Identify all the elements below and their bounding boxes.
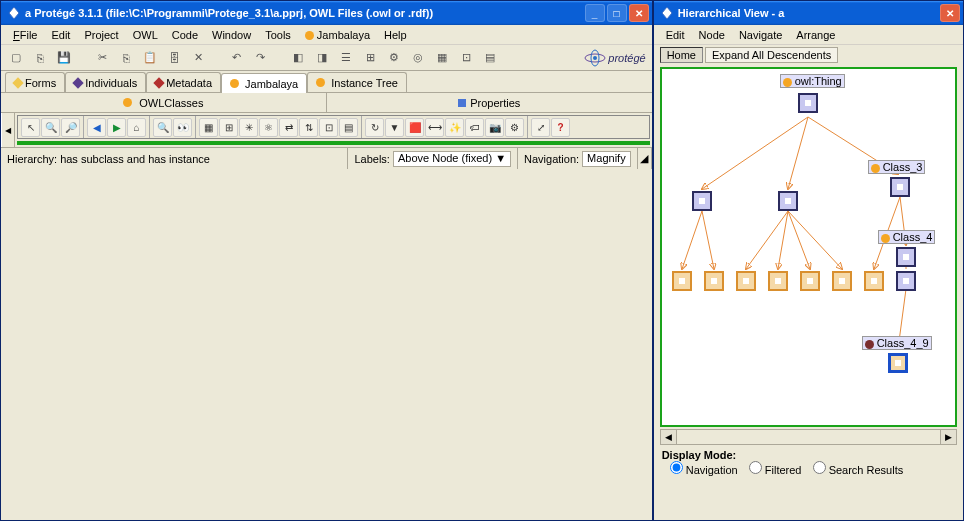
menu-tools[interactable]: Tools bbox=[259, 28, 297, 42]
tab-forms[interactable]: Forms bbox=[5, 72, 65, 92]
class-4-9-node[interactable] bbox=[888, 353, 908, 373]
menu-project[interactable]: Project bbox=[78, 28, 124, 42]
class-node[interactable] bbox=[896, 271, 916, 291]
forward-icon[interactable]: ▶ bbox=[107, 118, 126, 137]
menu-edit[interactable]: Edit bbox=[45, 28, 76, 42]
maximize-button[interactable]: □ bbox=[607, 4, 627, 22]
layout-spring-icon[interactable]: ⚛ bbox=[259, 118, 278, 137]
snapshot-icon[interactable]: 📷 bbox=[485, 118, 504, 137]
settings-icon[interactable]: ⚙ bbox=[505, 118, 524, 137]
label-icon[interactable]: 🏷 bbox=[465, 118, 484, 137]
hier-menu-node[interactable]: Node bbox=[693, 28, 731, 42]
instance-leaf[interactable] bbox=[800, 271, 820, 291]
left-gutter[interactable]: ◀ bbox=[1, 113, 15, 147]
instance-leaf[interactable] bbox=[736, 271, 756, 291]
delete-icon[interactable]: ✕ bbox=[189, 49, 207, 67]
wand-icon[interactable]: ✨ bbox=[445, 118, 464, 137]
tool-b-icon[interactable]: ◨ bbox=[313, 49, 331, 67]
undo-icon[interactable]: ↶ bbox=[227, 49, 245, 67]
class-node[interactable] bbox=[778, 191, 798, 211]
help-icon[interactable]: ? bbox=[551, 118, 570, 137]
instance-leaf[interactable] bbox=[832, 271, 852, 291]
graph-canvas[interactable]: owl:Thing Class_1 Class_2 bbox=[17, 141, 650, 145]
save-icon[interactable]: 💾 bbox=[55, 49, 73, 67]
scroll-left-icon[interactable]: ◀ bbox=[661, 430, 677, 444]
radio-filtered[interactable]: Filtered bbox=[749, 464, 802, 476]
layout-treemap-icon[interactable]: ▤ bbox=[339, 118, 358, 137]
radio-navigation[interactable]: Navigation bbox=[670, 464, 738, 476]
back-icon[interactable]: ◀ bbox=[87, 118, 106, 137]
open-icon[interactable]: ⎘ bbox=[31, 49, 49, 67]
hier-menu-arrange[interactable]: Arrange bbox=[790, 28, 841, 42]
minimize-button[interactable]: _ bbox=[585, 4, 605, 22]
arc-icon[interactable]: ⟷ bbox=[425, 118, 444, 137]
class-4-node[interactable] bbox=[896, 247, 916, 267]
menu-code[interactable]: Code bbox=[166, 28, 204, 42]
scroll-right-icon[interactable]: ▶ bbox=[940, 430, 956, 444]
hierarchy-value[interactable]: has subclass and has instance bbox=[60, 153, 210, 165]
paste-icon[interactable]: 📋 bbox=[141, 49, 159, 67]
instance-leaf[interactable] bbox=[704, 271, 724, 291]
menu-help[interactable]: Help bbox=[378, 28, 413, 42]
tool-a-icon[interactable]: ◧ bbox=[289, 49, 307, 67]
hier-titlebar[interactable]: Hierarchical View - a ✕ bbox=[654, 1, 963, 25]
expand-all-button[interactable]: Expand All Descendents bbox=[705, 47, 838, 63]
instance-leaf[interactable] bbox=[672, 271, 692, 291]
refresh-icon[interactable]: ↻ bbox=[365, 118, 384, 137]
labels-combo[interactable]: Above Node (fixed) ▼ bbox=[393, 151, 511, 167]
resize-grip[interactable]: ◢ bbox=[638, 148, 652, 169]
archive-icon[interactable]: 🗄 bbox=[165, 49, 183, 67]
subtab-properties[interactable]: Properties bbox=[327, 93, 652, 112]
tool-e-icon[interactable]: ⚙ bbox=[385, 49, 403, 67]
menu-window[interactable]: Window bbox=[206, 28, 257, 42]
layout-sugiyama-icon[interactable]: ⊡ bbox=[319, 118, 338, 137]
layout-horiz-icon[interactable]: ⇄ bbox=[279, 118, 298, 137]
hier-menu-navigate[interactable]: Navigate bbox=[733, 28, 788, 42]
layout-radial-icon[interactable]: ✳ bbox=[239, 118, 258, 137]
search-icon[interactable]: 🔍 bbox=[153, 118, 172, 137]
home-button[interactable]: Home bbox=[660, 47, 703, 63]
zoom-in-icon[interactable]: 🔍 bbox=[41, 118, 60, 137]
close-button[interactable]: ✕ bbox=[940, 4, 960, 22]
expand-icon[interactable]: ⤢ bbox=[531, 118, 550, 137]
filter-icon[interactable]: ▼ bbox=[385, 118, 404, 137]
menu-file[interactable]: FFile bbox=[7, 28, 43, 42]
new-icon[interactable]: ▢ bbox=[7, 49, 25, 67]
hier-canvas[interactable]: owl:Thing Class_3 Class_4 Class_4_9 bbox=[660, 67, 957, 427]
tab-individuals[interactable]: Individuals bbox=[65, 72, 146, 92]
zoom-out-icon[interactable]: 🔎 bbox=[61, 118, 80, 137]
pointer-icon[interactable]: ↖ bbox=[21, 118, 40, 137]
menu-jambalaya[interactable]: Jambalaya bbox=[299, 28, 376, 42]
tool-g-icon[interactable]: ▦ bbox=[433, 49, 451, 67]
tool-c-icon[interactable]: ☰ bbox=[337, 49, 355, 67]
class-3-node[interactable] bbox=[890, 177, 910, 197]
redo-icon[interactable]: ↷ bbox=[251, 49, 269, 67]
layout-vert-icon[interactable]: ⇅ bbox=[299, 118, 318, 137]
hier-menu-edit[interactable]: Edit bbox=[660, 28, 691, 42]
hier-scrollbar[interactable]: ◀ ▶ bbox=[660, 429, 957, 445]
instance-leaf[interactable] bbox=[864, 271, 884, 291]
main-titlebar[interactable]: a Protégé 3.1.1 (file:\C:\Programmi\Prot… bbox=[1, 1, 652, 25]
tool-h-icon[interactable]: ⊡ bbox=[457, 49, 475, 67]
layout-grid-icon[interactable]: ▦ bbox=[199, 118, 218, 137]
tab-metadata[interactable]: Metadata bbox=[146, 72, 221, 92]
cut-icon[interactable]: ✂ bbox=[93, 49, 111, 67]
root-node[interactable] bbox=[798, 93, 818, 113]
home-icon[interactable]: ⌂ bbox=[127, 118, 146, 137]
instance-leaf[interactable] bbox=[768, 271, 788, 291]
binoculars-icon[interactable]: 👀 bbox=[173, 118, 192, 137]
tab-instance-tree[interactable]: Instance Tree bbox=[307, 72, 407, 92]
layout-tree-icon[interactable]: ⊞ bbox=[219, 118, 238, 137]
tool-d-icon[interactable]: ⊞ bbox=[361, 49, 379, 67]
subtab-owlclasses[interactable]: OWLClasses bbox=[1, 93, 327, 112]
navigation-combo[interactable]: Magnify bbox=[582, 151, 631, 167]
close-button[interactable]: ✕ bbox=[629, 4, 649, 22]
tab-jambalaya[interactable]: Jambalaya bbox=[221, 73, 307, 93]
copy-icon[interactable]: ⎘ bbox=[117, 49, 135, 67]
color-icon[interactable]: 🟥 bbox=[405, 118, 424, 137]
menu-owl[interactable]: OWL bbox=[127, 28, 164, 42]
radio-search-results[interactable]: Search Results bbox=[813, 464, 904, 476]
tool-f-icon[interactable]: ◎ bbox=[409, 49, 427, 67]
class-node[interactable] bbox=[692, 191, 712, 211]
tool-i-icon[interactable]: ▤ bbox=[481, 49, 499, 67]
